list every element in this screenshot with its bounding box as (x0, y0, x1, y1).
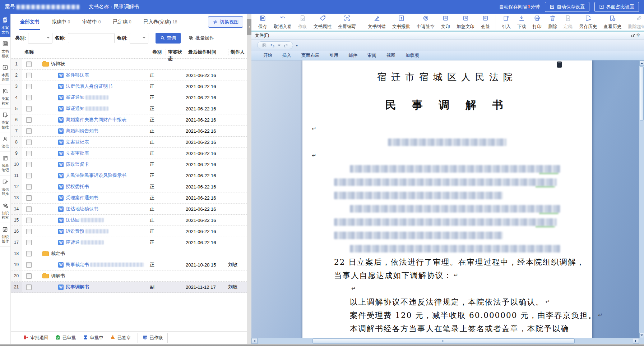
sidebar-item[interactable]: 知识创作 (0, 223, 10, 247)
legend-item[interactable]: 已作废 (138, 333, 168, 343)
name-filter-input[interactable] (68, 33, 115, 43)
volume-select[interactable] (130, 33, 148, 44)
table-row[interactable]: 21 W 民事调解书 民事调解书 副 2021-11-12 (11, 282, 247, 293)
scroll-left-button[interactable] (251, 338, 258, 344)
legend-item[interactable]: 已审批 (55, 334, 76, 341)
toolbar-button[interactable]: 引入 (499, 15, 514, 30)
row-checkbox[interactable] (26, 117, 32, 123)
files-tab[interactable]: 已定稿0 (112, 14, 132, 30)
table-row[interactable]: 13 W 受理案件通知书 受理案件通知书 正 2021-06 (11, 192, 247, 204)
table-row[interactable]: 19 W 民事裁定书 民事裁定书 正 2021-10-28 (11, 259, 247, 270)
collapse-panel-button[interactable]: ‹ (247, 19, 251, 35)
table-row[interactable]: 20 W 调解书 调解书 (11, 270, 247, 282)
table-row[interactable]: 4 W 举证通知 举证通知 正 2021-06-22 16 (11, 92, 247, 103)
files-tab[interactable]: 审签中0 (82, 14, 101, 30)
document-link[interactable]: 授权委托书 (66, 183, 89, 190)
ribbon-tab[interactable]: 引用 (325, 51, 343, 60)
files-tab[interactable]: 全部文书 (19, 14, 40, 30)
row-checkbox[interactable] (26, 195, 32, 201)
ribbon-tab[interactable]: 视图 (382, 51, 400, 60)
document-link[interactable]: 诉讼费预 (66, 228, 84, 235)
switch-view-button[interactable]: 切换视图 (208, 16, 243, 28)
document-link[interactable]: 廉政监督卡 (66, 161, 89, 168)
row-checkbox[interactable] (26, 229, 32, 234)
toolbar-button[interactable]: 查看历史 (600, 15, 625, 30)
table-row[interactable]: 17 W 应诉通 应诉通 正 2021-06-22 16 (11, 237, 247, 248)
table-row[interactable]: 12 W 授权委托书 授权委托书 正 2021-06-22 (11, 181, 247, 192)
document-link[interactable]: 离婚纠纷告知书 (66, 128, 98, 134)
document-link[interactable]: 受理案件通知书 (66, 195, 98, 201)
document-link[interactable]: 送达回 (66, 217, 80, 223)
toolbar-button[interactable]: 申请签章 (413, 15, 438, 30)
table-row[interactable]: 16 W 诉讼费预 诉讼费预 正 2021-06-22 16 (11, 226, 247, 237)
legend-item[interactable]: 审批中 (83, 334, 104, 341)
document-link[interactable]: 离婚案件夫妻共同财产申报表 (66, 117, 126, 123)
document-link[interactable]: 民事裁定书 (66, 261, 89, 268)
toolbar-button[interactable]: 定稿 (560, 15, 576, 30)
table-row[interactable]: 8 W 立案登记表 立案登记表 正 2021-06-22 1 (11, 137, 247, 148)
sidebar-item[interactable]: 阅卷笔记 (0, 152, 10, 176)
row-checkbox[interactable] (26, 84, 32, 89)
horizontal-scroll-thumb[interactable] (312, 338, 575, 343)
row-checkbox[interactable] (26, 128, 32, 134)
files-tab[interactable]: 已入卷(完稿)18 (143, 14, 178, 30)
search-button[interactable]: 查询 (156, 33, 181, 44)
document-page[interactable]: 宿迁市宿城区人民法院 民 事 调 解 书 ↵ ↵ (302, 60, 592, 344)
table-row[interactable]: 10 W 廉政监督卡 廉政监督卡 正 2021-06-22 (11, 159, 247, 170)
quick-save-icon[interactable] (262, 43, 267, 48)
row-checkbox[interactable] (26, 206, 32, 212)
scroll-up-button[interactable] (639, 60, 644, 66)
table-row[interactable]: 6 W 离婚案件夫妻共同财产申报表 离婚案件夫妻共同财产申报表 正 (11, 114, 247, 126)
table-row[interactable]: 1 W 诉辩状 诉辩状 (11, 59, 247, 70)
sidebar-item[interactable]: 本案卷宗 (0, 61, 10, 85)
customize-qat-button[interactable]: ▾ (296, 44, 298, 47)
row-checkbox[interactable] (26, 95, 32, 100)
document-link[interactable]: 案件移送表 (66, 72, 89, 78)
sidebar-item[interactable]: 类案智推 (0, 109, 10, 132)
sidebar-item[interactable]: 法信 (0, 132, 10, 152)
toolbar-button[interactable]: 全屏编写 (335, 15, 362, 30)
row-checkbox[interactable] (26, 251, 32, 256)
table-row[interactable]: 18 W 裁定书 裁定书 (11, 248, 247, 259)
autosave-settings-button[interactable]: 自动保存设置 (545, 2, 589, 12)
toolbar-button[interactable]: 加急文印 (453, 15, 478, 30)
table-row[interactable]: 14 W 送达地址确认书 送达地址确认书 正 2021-06 (11, 204, 247, 215)
ribbon-tab[interactable]: 审阅 (363, 51, 381, 60)
sidebar-item[interactable]: 文书模板 (0, 37, 10, 61)
toolbar-button[interactable]: 下载 (514, 15, 529, 30)
toolbar-button[interactable]: 删除超链接 (625, 15, 644, 30)
toolbar-button[interactable]: 文书属性 (310, 15, 335, 30)
document-link[interactable]: 立案审批表 (66, 150, 89, 156)
sidebar-item[interactable]: 法信智推 (0, 176, 10, 199)
toolbar-button[interactable]: 取消入卷 (270, 15, 295, 30)
toolbar-button[interactable]: 另存历史 (576, 15, 600, 30)
toolbar-button[interactable]: 删除 (545, 15, 560, 30)
toolbar-button[interactable]: 打印 (529, 15, 545, 30)
undo-icon[interactable] (270, 43, 275, 48)
legend-item[interactable]: 审批退回 (23, 334, 48, 341)
row-checkbox[interactable] (26, 140, 32, 145)
document-link[interactable]: 送达地址确认书 (66, 206, 98, 212)
row-checkbox[interactable] (26, 218, 32, 223)
table-row[interactable]: 7 W 离婚纠纷告知书 离婚纠纷告知书 正 2021-06- (11, 126, 247, 137)
toolbar-button[interactable]: 文书纠错 (365, 15, 389, 30)
row-checkbox[interactable] (26, 284, 32, 290)
undo-dropdown-caret[interactable] (278, 45, 281, 47)
row-checkbox[interactable] (26, 173, 32, 178)
row-checkbox[interactable] (26, 240, 32, 245)
ribbon-tab[interactable]: 页面布局 (297, 51, 324, 60)
horizontal-scrollbar[interactable] (251, 338, 639, 344)
sidebar-item[interactable]: 知识检索 (0, 199, 10, 223)
ribbon-tab[interactable]: 加载项 (401, 51, 424, 60)
row-checkbox[interactable] (26, 151, 32, 156)
table-row[interactable]: 15 W 送达回 送达回 正 2021-06-22 16 (11, 215, 247, 226)
toolbar-button[interactable]: 文书报批 (389, 15, 413, 30)
document-link[interactable]: 立案登记表 (66, 139, 89, 145)
ribbon-tab[interactable]: 插入 (278, 51, 296, 60)
table-row[interactable]: 5 W 举证通知 举证通知 正 2021-06-22 16 (11, 103, 247, 114)
row-checkbox[interactable] (26, 106, 32, 111)
batch-actions-button[interactable]: 批量操作 (189, 35, 214, 41)
table-row[interactable]: 11 W 人民法院民事诉讼风险提示书 人民法院民事诉讼风险提示书 正 (11, 170, 247, 181)
category-select[interactable] (28, 33, 52, 44)
row-checkbox[interactable] (26, 262, 32, 268)
